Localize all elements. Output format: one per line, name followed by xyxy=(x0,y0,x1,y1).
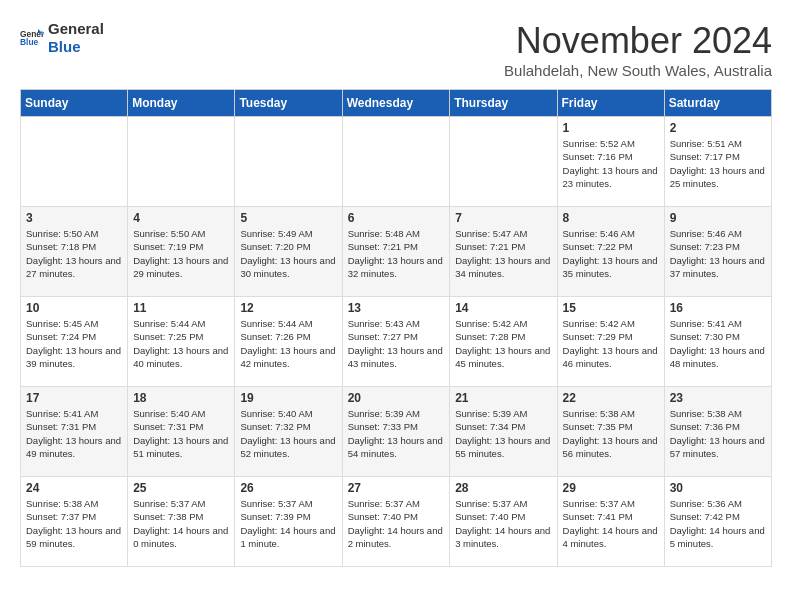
day-number: 23 xyxy=(670,391,766,405)
day-number: 15 xyxy=(563,301,659,315)
day-cell: 21Sunrise: 5:39 AMSunset: 7:34 PMDayligh… xyxy=(450,387,557,477)
day-info: Sunrise: 5:40 AMSunset: 7:32 PMDaylight:… xyxy=(240,407,336,460)
day-number: 11 xyxy=(133,301,229,315)
day-info: Sunrise: 5:49 AMSunset: 7:20 PMDaylight:… xyxy=(240,227,336,280)
day-cell: 11Sunrise: 5:44 AMSunset: 7:25 PMDayligh… xyxy=(128,297,235,387)
day-number: 17 xyxy=(26,391,122,405)
week-row-2: 3Sunrise: 5:50 AMSunset: 7:18 PMDaylight… xyxy=(21,207,772,297)
day-info: Sunrise: 5:36 AMSunset: 7:42 PMDaylight:… xyxy=(670,497,766,550)
day-number: 25 xyxy=(133,481,229,495)
day-info: Sunrise: 5:37 AMSunset: 7:41 PMDaylight:… xyxy=(563,497,659,550)
day-info: Sunrise: 5:40 AMSunset: 7:31 PMDaylight:… xyxy=(133,407,229,460)
week-row-1: 1Sunrise: 5:52 AMSunset: 7:16 PMDaylight… xyxy=(21,117,772,207)
header-wednesday: Wednesday xyxy=(342,90,450,117)
day-cell: 26Sunrise: 5:37 AMSunset: 7:39 PMDayligh… xyxy=(235,477,342,567)
day-info: Sunrise: 5:38 AMSunset: 7:35 PMDaylight:… xyxy=(563,407,659,460)
page-header: General Blue General Blue November 2024 … xyxy=(20,20,772,79)
day-cell: 12Sunrise: 5:44 AMSunset: 7:26 PMDayligh… xyxy=(235,297,342,387)
day-cell: 2Sunrise: 5:51 AMSunset: 7:17 PMDaylight… xyxy=(664,117,771,207)
header-sunday: Sunday xyxy=(21,90,128,117)
day-info: Sunrise: 5:37 AMSunset: 7:39 PMDaylight:… xyxy=(240,497,336,550)
day-number: 27 xyxy=(348,481,445,495)
day-number: 30 xyxy=(670,481,766,495)
day-info: Sunrise: 5:51 AMSunset: 7:17 PMDaylight:… xyxy=(670,137,766,190)
calendar: SundayMondayTuesdayWednesdayThursdayFrid… xyxy=(20,89,772,567)
week-row-5: 24Sunrise: 5:38 AMSunset: 7:37 PMDayligh… xyxy=(21,477,772,567)
day-info: Sunrise: 5:39 AMSunset: 7:33 PMDaylight:… xyxy=(348,407,445,460)
day-number: 8 xyxy=(563,211,659,225)
day-number: 18 xyxy=(133,391,229,405)
day-cell: 8Sunrise: 5:46 AMSunset: 7:22 PMDaylight… xyxy=(557,207,664,297)
day-number: 2 xyxy=(670,121,766,135)
day-info: Sunrise: 5:52 AMSunset: 7:16 PMDaylight:… xyxy=(563,137,659,190)
day-cell: 10Sunrise: 5:45 AMSunset: 7:24 PMDayligh… xyxy=(21,297,128,387)
day-number: 6 xyxy=(348,211,445,225)
day-cell: 15Sunrise: 5:42 AMSunset: 7:29 PMDayligh… xyxy=(557,297,664,387)
day-cell: 9Sunrise: 5:46 AMSunset: 7:23 PMDaylight… xyxy=(664,207,771,297)
day-number: 13 xyxy=(348,301,445,315)
logo-line2: Blue xyxy=(48,38,104,56)
day-number: 26 xyxy=(240,481,336,495)
location: Bulahdelah, New South Wales, Australia xyxy=(504,62,772,79)
day-info: Sunrise: 5:42 AMSunset: 7:28 PMDaylight:… xyxy=(455,317,551,370)
day-info: Sunrise: 5:50 AMSunset: 7:18 PMDaylight:… xyxy=(26,227,122,280)
day-cell: 27Sunrise: 5:37 AMSunset: 7:40 PMDayligh… xyxy=(342,477,450,567)
logo-line1: General xyxy=(48,20,104,38)
day-cell: 5Sunrise: 5:49 AMSunset: 7:20 PMDaylight… xyxy=(235,207,342,297)
day-number: 9 xyxy=(670,211,766,225)
logo-icon: General Blue xyxy=(20,26,44,50)
day-info: Sunrise: 5:42 AMSunset: 7:29 PMDaylight:… xyxy=(563,317,659,370)
day-number: 21 xyxy=(455,391,551,405)
day-number: 16 xyxy=(670,301,766,315)
day-info: Sunrise: 5:37 AMSunset: 7:38 PMDaylight:… xyxy=(133,497,229,550)
day-number: 1 xyxy=(563,121,659,135)
day-info: Sunrise: 5:41 AMSunset: 7:31 PMDaylight:… xyxy=(26,407,122,460)
day-number: 12 xyxy=(240,301,336,315)
day-info: Sunrise: 5:37 AMSunset: 7:40 PMDaylight:… xyxy=(348,497,445,550)
day-number: 20 xyxy=(348,391,445,405)
calendar-header-row: SundayMondayTuesdayWednesdayThursdayFrid… xyxy=(21,90,772,117)
day-info: Sunrise: 5:39 AMSunset: 7:34 PMDaylight:… xyxy=(455,407,551,460)
day-cell: 29Sunrise: 5:37 AMSunset: 7:41 PMDayligh… xyxy=(557,477,664,567)
day-number: 28 xyxy=(455,481,551,495)
day-cell: 25Sunrise: 5:37 AMSunset: 7:38 PMDayligh… xyxy=(128,477,235,567)
day-info: Sunrise: 5:41 AMSunset: 7:30 PMDaylight:… xyxy=(670,317,766,370)
day-cell: 14Sunrise: 5:42 AMSunset: 7:28 PMDayligh… xyxy=(450,297,557,387)
day-info: Sunrise: 5:50 AMSunset: 7:19 PMDaylight:… xyxy=(133,227,229,280)
week-row-4: 17Sunrise: 5:41 AMSunset: 7:31 PMDayligh… xyxy=(21,387,772,477)
day-number: 19 xyxy=(240,391,336,405)
day-cell xyxy=(128,117,235,207)
header-tuesday: Tuesday xyxy=(235,90,342,117)
day-cell: 1Sunrise: 5:52 AMSunset: 7:16 PMDaylight… xyxy=(557,117,664,207)
day-cell: 30Sunrise: 5:36 AMSunset: 7:42 PMDayligh… xyxy=(664,477,771,567)
day-cell: 18Sunrise: 5:40 AMSunset: 7:31 PMDayligh… xyxy=(128,387,235,477)
day-number: 29 xyxy=(563,481,659,495)
day-cell: 28Sunrise: 5:37 AMSunset: 7:40 PMDayligh… xyxy=(450,477,557,567)
header-thursday: Thursday xyxy=(450,90,557,117)
day-cell: 24Sunrise: 5:38 AMSunset: 7:37 PMDayligh… xyxy=(21,477,128,567)
header-saturday: Saturday xyxy=(664,90,771,117)
day-cell: 3Sunrise: 5:50 AMSunset: 7:18 PMDaylight… xyxy=(21,207,128,297)
day-info: Sunrise: 5:43 AMSunset: 7:27 PMDaylight:… xyxy=(348,317,445,370)
day-cell xyxy=(235,117,342,207)
day-cell: 4Sunrise: 5:50 AMSunset: 7:19 PMDaylight… xyxy=(128,207,235,297)
day-cell: 23Sunrise: 5:38 AMSunset: 7:36 PMDayligh… xyxy=(664,387,771,477)
header-monday: Monday xyxy=(128,90,235,117)
day-cell: 16Sunrise: 5:41 AMSunset: 7:30 PMDayligh… xyxy=(664,297,771,387)
day-number: 5 xyxy=(240,211,336,225)
day-cell: 13Sunrise: 5:43 AMSunset: 7:27 PMDayligh… xyxy=(342,297,450,387)
title-section: November 2024 Bulahdelah, New South Wale… xyxy=(504,20,772,79)
header-friday: Friday xyxy=(557,90,664,117)
day-info: Sunrise: 5:45 AMSunset: 7:24 PMDaylight:… xyxy=(26,317,122,370)
day-number: 3 xyxy=(26,211,122,225)
day-info: Sunrise: 5:46 AMSunset: 7:23 PMDaylight:… xyxy=(670,227,766,280)
logo: General Blue General Blue xyxy=(20,20,104,56)
day-info: Sunrise: 5:37 AMSunset: 7:40 PMDaylight:… xyxy=(455,497,551,550)
day-cell: 22Sunrise: 5:38 AMSunset: 7:35 PMDayligh… xyxy=(557,387,664,477)
day-info: Sunrise: 5:44 AMSunset: 7:25 PMDaylight:… xyxy=(133,317,229,370)
day-number: 24 xyxy=(26,481,122,495)
day-number: 14 xyxy=(455,301,551,315)
day-cell: 20Sunrise: 5:39 AMSunset: 7:33 PMDayligh… xyxy=(342,387,450,477)
month-title: November 2024 xyxy=(504,20,772,62)
day-info: Sunrise: 5:44 AMSunset: 7:26 PMDaylight:… xyxy=(240,317,336,370)
